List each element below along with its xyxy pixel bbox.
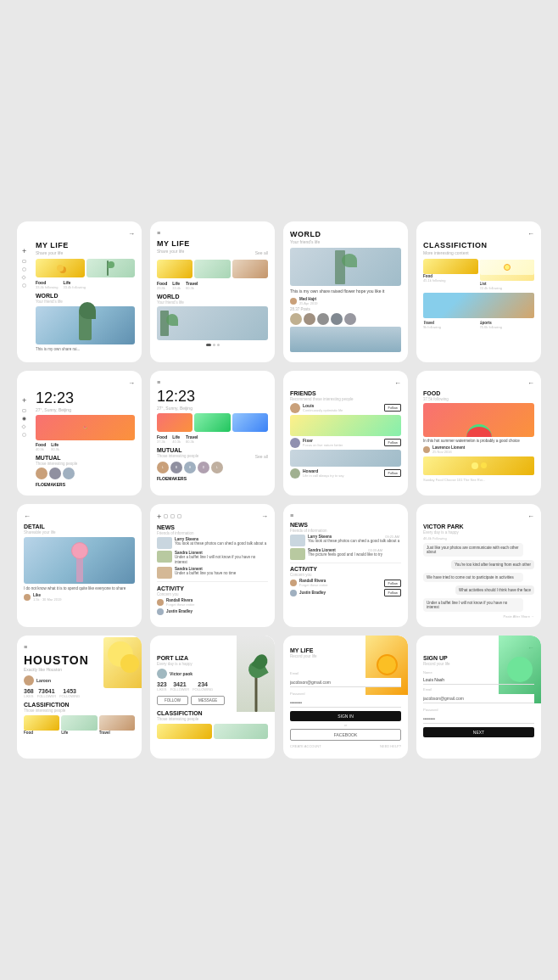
arrow-left-icon: ← bbox=[527, 230, 534, 238]
activity-title: ACTIVITY bbox=[157, 585, 268, 591]
time-display: 12:23 bbox=[157, 389, 268, 404]
create-account-link[interactable]: CREATE ACCOUNT bbox=[290, 744, 321, 748]
name-label: Name bbox=[423, 670, 534, 675]
screen-subtitle: Exactly like Houston bbox=[24, 667, 135, 672]
friend-desc-2: Life in call always try to say bbox=[303, 473, 343, 478]
chat-0: Just like your photos are communicate wi… bbox=[423, 543, 523, 557]
screen-signin: MY LIFE Record your life Email Password … bbox=[283, 636, 408, 759]
screen-subtitle: Your friend's life bbox=[290, 239, 401, 244]
radio-icon[interactable] bbox=[22, 417, 26, 421]
burger-icon[interactable]: ≡ bbox=[157, 379, 161, 385]
screen-subtitle: Recommend these interesting people bbox=[290, 397, 401, 401]
post-date: 25 Apr 2019 bbox=[299, 301, 318, 305]
activity-title: ACTIVITY bbox=[290, 566, 401, 572]
stat-follower-val: 73641 bbox=[37, 688, 56, 694]
time-display: 12:23 bbox=[36, 390, 135, 406]
screen-time-2: ≡ 12:23 27°, Sunny, Beijing Food37.3k Li… bbox=[150, 371, 275, 496]
screen-title: NEWS bbox=[157, 524, 268, 530]
friend-desc-0: Continuously optimistic life bbox=[303, 408, 343, 412]
check1[interactable] bbox=[164, 514, 168, 518]
burger-icon[interactable]: ≡ bbox=[157, 230, 161, 236]
check2[interactable] bbox=[170, 514, 175, 518]
burger-icon[interactable]: ≡ bbox=[24, 644, 28, 650]
screen-houston: ≡ HOUSTON Exactly like Houston Laroon 36… bbox=[17, 636, 142, 759]
see-all-link[interactable]: See all bbox=[255, 454, 268, 460]
screen-subtitle: Share your life bbox=[36, 250, 135, 255]
news-time-1: 03:09 AM bbox=[368, 548, 382, 552]
world-title: WORLD bbox=[157, 294, 268, 300]
screen-subtitle: Share your life bbox=[157, 249, 184, 254]
message-btn[interactable]: MESSAGE bbox=[191, 696, 225, 705]
screen-classifiction-1: ← CLASSIFICTION More interesting content… bbox=[416, 221, 541, 361]
stat-following-val: 234 bbox=[193, 681, 213, 687]
news-thumb-1 bbox=[290, 548, 305, 560]
grid-icon[interactable] bbox=[22, 409, 26, 412]
screen-world: WORLD Your friend's life This is my own … bbox=[283, 221, 408, 361]
food-lemon-caption: Sunday Food Choose 101 The See Roi... bbox=[423, 478, 534, 482]
screen-my-life-2: ≡ MY LIFE Share your life See all Food23… bbox=[150, 221, 275, 361]
activity-action-0: Forget these entire bbox=[299, 583, 382, 587]
screen-subtitle: Record your life bbox=[290, 654, 401, 658]
grid-icon[interactable] bbox=[22, 260, 26, 263]
next-btn[interactable]: NEXT bbox=[423, 727, 534, 737]
stat-follower-lbl: FOLLOWER bbox=[37, 694, 56, 698]
check3[interactable] bbox=[177, 514, 181, 518]
news-text-2: Under a buffet line you have no time bbox=[175, 571, 236, 576]
makers-label: FLOEMAKERS bbox=[157, 476, 268, 481]
activity-sub: Concern you bbox=[157, 592, 268, 596]
diamond-icon[interactable] bbox=[21, 276, 26, 281]
food-caption: In this hot summer watermelon is probabl… bbox=[423, 439, 534, 444]
facebook-btn[interactable]: FACEBOOK bbox=[290, 729, 401, 741]
follow-btn-1[interactable]: Follow bbox=[384, 439, 401, 446]
plus-icon[interactable]: + bbox=[22, 396, 26, 405]
email-input[interactable] bbox=[290, 678, 401, 687]
diamond-icon[interactable] bbox=[21, 424, 26, 429]
signin-btn[interactable]: SIGN IN bbox=[290, 711, 401, 721]
author-name: Victor paok bbox=[170, 671, 193, 676]
activity-avatar-1 bbox=[157, 608, 164, 615]
plus-icon[interactable]: + bbox=[22, 247, 26, 255]
detail-caption: I do not know what it is to spend quite … bbox=[24, 586, 135, 592]
classifiction-title: CLASSIFICTION bbox=[157, 710, 268, 716]
follow-btn-0[interactable]: Follow bbox=[384, 404, 401, 412]
activity-name-1: Justin Bradley bbox=[299, 591, 382, 595]
stat-following-lbl: FOLLOWING bbox=[59, 694, 80, 698]
screen-detail: ← DETAIL Shareable your life I do not kn… bbox=[17, 504, 142, 627]
plus-icon[interactable]: + bbox=[157, 512, 161, 521]
watermelon-img bbox=[423, 403, 534, 437]
circle2-icon[interactable] bbox=[22, 433, 26, 437]
see-all-link[interactable]: See all bbox=[255, 250, 268, 255]
activity-follow-1[interactable]: Follow bbox=[384, 589, 401, 596]
news-text-1: Under a buffet line I will not know if y… bbox=[175, 555, 268, 566]
activity-sub: Concern you bbox=[290, 573, 401, 577]
burger-icon[interactable]: ≡ bbox=[290, 512, 294, 518]
world-caption: This is my own share rai... bbox=[36, 347, 135, 351]
world-title: WORLD bbox=[36, 293, 135, 299]
password-label: Password bbox=[290, 692, 401, 696]
activity-follow-0[interactable]: Follow bbox=[384, 580, 401, 587]
chat-2: We have tried to come out to participate… bbox=[423, 573, 523, 582]
activity-action-0: Forget these entire bbox=[166, 602, 195, 607]
mutual-sub: Those interesting people bbox=[157, 454, 198, 458]
more-link[interactable]: Paste After Share → bbox=[423, 614, 534, 619]
follow-btn-2[interactable]: Follow bbox=[384, 469, 401, 477]
stat-likes-lbl: LIKES bbox=[157, 687, 167, 692]
stat-likes-val: 368 bbox=[24, 688, 34, 694]
author-name: Laroon bbox=[36, 678, 51, 683]
chat-1: You're too kind after learning from each… bbox=[451, 560, 534, 569]
screen-title: FOOD bbox=[423, 390, 534, 396]
screen-title: VICTOR PARK bbox=[423, 524, 534, 529]
circle-icon[interactable] bbox=[22, 267, 26, 272]
password-input[interactable] bbox=[290, 698, 401, 708]
news-author-0: Larry Skeens bbox=[308, 535, 332, 539]
email-input[interactable] bbox=[423, 694, 534, 703]
need-help-link[interactable]: NEED HELP? bbox=[380, 744, 401, 748]
posts-count: 28.37 Posts bbox=[290, 307, 401, 311]
following-count: 46.4k Following bbox=[423, 536, 534, 540]
follow-btn[interactable]: FOLLOW bbox=[157, 696, 188, 705]
password-input[interactable] bbox=[423, 714, 534, 724]
stat-follower-val: 3421 bbox=[170, 681, 189, 687]
circle2-icon[interactable] bbox=[22, 283, 26, 288]
screen-subtitle: More interesting content bbox=[423, 250, 534, 255]
arrow-left-icon: ← bbox=[527, 512, 534, 520]
